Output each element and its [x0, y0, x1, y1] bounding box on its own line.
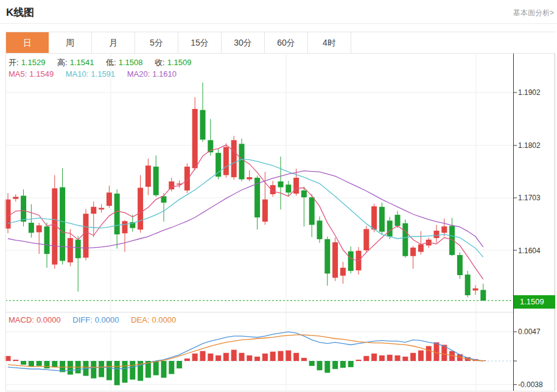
- ma-legend: MA5:1.1549 MA10:1.1591 MA20:1.1610: [9, 69, 186, 79]
- ma20-legend: MA20:1.1610: [127, 69, 179, 79]
- macd-axis-tick-bottom: -0.0038: [518, 380, 543, 389]
- current-price-tag: 1.1509: [514, 295, 555, 309]
- y-axis-tick-2: 1.1802: [518, 141, 541, 150]
- macd-legend: MACD:0.0000 DIFF:0.0000 DEA:0.0000: [9, 315, 186, 324]
- y-axis-tick-4: 1.1604: [518, 247, 541, 255]
- ohlc-open: 开:1.1529: [9, 58, 47, 67]
- ma5-legend: MA5:1.1549: [9, 69, 56, 79]
- y-axis-tick-1: 1.1902: [518, 88, 541, 97]
- macd-axis-tick-top: 0.0047: [518, 327, 541, 336]
- y-axis-tick-3: 1.1703: [518, 194, 541, 202]
- kline-widget: K线图 基本面分析> 日 周 月 5分 15分 30分 60分 4时 开:1.1…: [0, 0, 557, 392]
- ohlc-low: 低:1.1508: [106, 58, 145, 67]
- ma10-legend: MA10:1.1591: [66, 69, 117, 79]
- ohlc-legend: 开:1.1529 高:1.1541 低:1.1508 收:1.1509: [9, 57, 201, 68]
- diff-value: DIFF:0.0000: [72, 315, 121, 324]
- ohlc-close: 收:1.1509: [155, 58, 194, 67]
- dea-value: DEA:0.0000: [131, 315, 178, 324]
- ohlc-high: 高:1.1541: [57, 58, 96, 67]
- macd-value: MACD:0.0000: [9, 315, 63, 324]
